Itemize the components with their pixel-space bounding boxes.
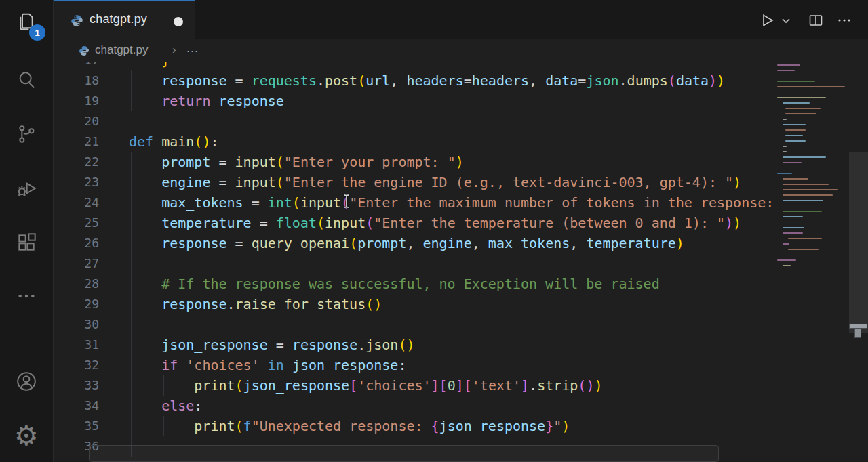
line-number: 23 [53, 172, 99, 192]
code-line-24[interactable]: 24 max_tokens = int(input("Enter the max… [53, 192, 773, 213]
minimap-line [783, 151, 787, 152]
line-number: 33 [53, 375, 99, 396]
activity-bar: 1 ⚙ [0, 0, 54, 462]
minimap-line [785, 129, 806, 131]
pointer-overlay-cursor [849, 324, 867, 338]
line-number: 35 [53, 416, 99, 436]
code-line-27[interactable]: 27 [53, 253, 773, 274]
code-line-22[interactable]: 22 prompt = input("Enter your prompt: ") [53, 152, 773, 172]
minimap-line [783, 119, 787, 120]
line-number: 21 [53, 131, 99, 152]
editor-group: chatgpt.py chatgpt.py › … 17 [53, 0, 868, 462]
explorer-badge: 1 [29, 24, 45, 41]
line-number: 32 [53, 355, 99, 375]
minimap-line [783, 216, 803, 217]
current-line-highlight [89, 445, 719, 462]
line-number: 30 [53, 314, 99, 335]
minimap-line [777, 86, 845, 87]
line-number: 22 [53, 152, 99, 172]
line-number: 17 [53, 62, 99, 70]
tab-bar: chatgpt.py [53, 0, 868, 39]
more-actions-icon[interactable] [835, 12, 853, 29]
minimap-line [777, 97, 826, 98]
line-number: 29 [53, 294, 99, 314]
indent-guide [163, 375, 164, 396]
code-editor[interactable]: 17 }18 response = requests.post(url, hea… [53, 62, 868, 462]
code-line-34[interactable]: 34 else: [53, 396, 773, 416]
code-line-20[interactable]: 20 [53, 111, 773, 131]
source-control-icon[interactable] [10, 118, 43, 150]
code-line-33[interactable]: 33 print(json_response['choices'][0]['te… [53, 375, 773, 396]
breadcrumb: chatgpt.py › … [53, 39, 868, 62]
minimap-line [777, 64, 800, 66]
code-line-25[interactable]: 25 temperature = float(input("Enter the … [53, 213, 773, 233]
run-debug-icon[interactable] [10, 172, 43, 205]
indent-guide [131, 70, 132, 111]
code-line-35[interactable]: 35 print(f"Unexpected response: {json_re… [53, 416, 773, 436]
minimap-line [777, 70, 795, 71]
modified-dot-icon[interactable] [174, 17, 183, 26]
code-line-28[interactable]: 28 # If the response was successful, no … [53, 274, 773, 294]
code-line-30[interactable]: 30 [53, 314, 773, 335]
python-file-icon-small [79, 45, 90, 56]
code-line-29[interactable]: 29 response.raise_for_status() [53, 294, 773, 314]
account-icon[interactable] [10, 365, 43, 398]
minimap-line [783, 146, 787, 147]
minimap-line [783, 124, 806, 125]
minimap-line [783, 243, 789, 245]
python-file-icon [71, 14, 83, 27]
run-python-file-icon[interactable] [758, 12, 776, 29]
minimap-line [783, 102, 810, 104]
tab-chatgpt-py[interactable]: chatgpt.py [53, 0, 195, 39]
minimap-line [783, 211, 822, 212]
extensions-icon[interactable] [10, 226, 43, 259]
minimap-line [777, 173, 792, 174]
minimap-line [783, 184, 829, 185]
more-views-icon[interactable] [10, 280, 43, 312]
tab-label: chatgpt.py [90, 12, 147, 26]
minimap-line [783, 232, 803, 234]
line-number: 25 [53, 213, 99, 233]
minimap-line [783, 227, 804, 228]
breadcrumb-chevron-icon: › [172, 43, 176, 57]
code-line-23[interactable]: 23 engine = input("Enter the engine ID (… [53, 172, 773, 192]
breadcrumb-file[interactable]: chatgpt.py [95, 43, 148, 57]
code-line-32[interactable]: 32 if 'choices' in json_response: [53, 355, 773, 375]
line-number: 34 [53, 396, 99, 416]
vertical-scrollbar[interactable] [849, 152, 868, 333]
code-line-26[interactable]: 26 response = query_openai(prompt, engin… [53, 233, 773, 253]
line-number: 19 [53, 91, 99, 111]
minimap-line [777, 81, 815, 82]
code-line-31[interactable]: 31 json_response = response.json() [53, 335, 773, 355]
minimap-line [788, 238, 822, 239]
code-line-19[interactable]: 19 return response [53, 91, 773, 111]
line-number: 20 [53, 111, 99, 131]
minimap[interactable] [773, 62, 850, 462]
minimap-line [783, 200, 823, 201]
chevron-down-icon[interactable] [777, 12, 795, 29]
line-number: 31 [53, 335, 99, 355]
line-number: 26 [53, 233, 99, 253]
minimap-line [783, 265, 791, 266]
code-line-17[interactable]: 17 } [53, 62, 773, 70]
search-icon[interactable] [10, 64, 43, 96]
settings-gear-icon[interactable]: ⚙ [10, 419, 43, 452]
code-line-21[interactable]: 21def main(): [53, 131, 773, 152]
line-number: 24 [53, 192, 99, 213]
line-number: 28 [53, 274, 99, 294]
code-line-18[interactable]: 18 response = requests.post(url, headers… [53, 70, 773, 91]
line-number: 27 [53, 253, 99, 274]
mouse-ibeam-cursor [342, 194, 351, 209]
breadcrumb-symbol-more[interactable]: … [186, 41, 199, 56]
minimap-line [783, 162, 802, 163]
minimap-line [785, 113, 816, 114]
line-number: 18 [53, 70, 99, 91]
minimap-line [783, 194, 833, 196]
split-editor-icon[interactable] [807, 12, 825, 29]
minimap-line [785, 108, 821, 109]
minimap-line [785, 140, 806, 142]
explorer-icon[interactable]: 1 [10, 5, 43, 38]
minimap-line [777, 259, 796, 261]
minimap-line [783, 178, 808, 180]
indent-guide [131, 152, 132, 457]
